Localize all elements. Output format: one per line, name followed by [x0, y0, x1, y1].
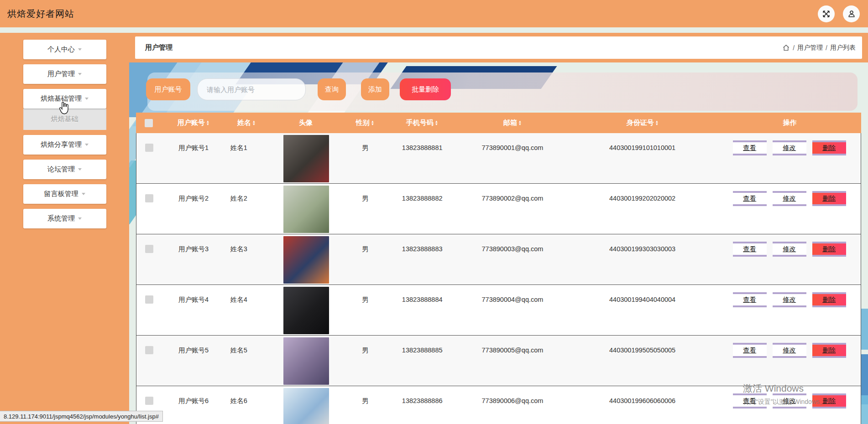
- breadcrumb-item-2[interactable]: 用户列表: [830, 44, 856, 52]
- avatar: [283, 186, 329, 233]
- avatar: [283, 388, 329, 424]
- app-title: 烘焙爱好者网站: [7, 8, 74, 20]
- sidebar-item-0[interactable]: 个人中心: [23, 40, 106, 59]
- sidebar-item-1[interactable]: 用户管理: [23, 64, 106, 84]
- cell-name: 姓名4: [226, 285, 268, 314]
- row-checkbox[interactable]: [145, 194, 153, 202]
- query-button[interactable]: 查询: [318, 78, 346, 100]
- caret-down-icon: [78, 48, 82, 51]
- row-checkbox[interactable]: [145, 346, 153, 354]
- page-background-gap: [0, 27, 868, 33]
- sidebar-item-4[interactable]: 论坛管理: [23, 160, 106, 179]
- caret-down-icon: [78, 73, 82, 75]
- cell-phone: 13823888885: [386, 336, 458, 365]
- cell-phone: 13823888881: [386, 133, 458, 162]
- sidebar-item-label: 留言板管理: [44, 190, 78, 198]
- row-checkbox[interactable]: [145, 397, 153, 405]
- column-header[interactable]: 身份证号▲▼: [567, 119, 718, 127]
- column-header[interactable]: 用户账号▲▼: [162, 119, 225, 127]
- edit-button[interactable]: 修改: [773, 191, 806, 206]
- caret-down-icon: [78, 217, 82, 220]
- breadcrumb-bar: 用户管理 / 用户管理 / 用户列表: [135, 36, 862, 59]
- delete-button[interactable]: 删除: [812, 242, 846, 257]
- view-button[interactable]: 查看: [733, 393, 767, 408]
- home-icon[interactable]: [782, 44, 790, 52]
- column-header[interactable]: 性别▲▼: [344, 119, 386, 127]
- cell-email: 773890005@qq.com: [458, 336, 567, 365]
- sidebar-item-label: 烘焙分享管理: [41, 140, 82, 149]
- sidebar-item-3[interactable]: 烘焙分享管理: [23, 135, 106, 155]
- select-all-checkbox[interactable]: [145, 119, 153, 127]
- row-checkbox[interactable]: [145, 144, 153, 152]
- sort-icon: ▲▼: [518, 120, 522, 126]
- sort-icon: ▲▼: [206, 120, 209, 126]
- breadcrumb-item-1[interactable]: 用户管理: [797, 44, 823, 52]
- cell-gender: 男: [344, 184, 386, 213]
- search-input[interactable]: [197, 78, 306, 100]
- cell-account: 用户账号4: [162, 285, 226, 314]
- caret-down-icon: [82, 193, 85, 195]
- edit-button[interactable]: 修改: [773, 242, 806, 257]
- cell-phone: 13823888886: [386, 386, 458, 415]
- view-button[interactable]: 查看: [733, 343, 767, 358]
- cell-gender: 男: [344, 234, 386, 264]
- cell-account: 用户账号1: [162, 133, 226, 162]
- cell-idcard: 440300199303030003: [567, 234, 718, 264]
- cell-name: 姓名5: [226, 336, 268, 365]
- row-checkbox[interactable]: [145, 245, 153, 253]
- status-url: 8.129.11.174:9011/jspmq4562/jsp/modules/…: [4, 413, 159, 420]
- cell-gender: 男: [344, 386, 386, 415]
- cell-email: 773890002@qq.com: [458, 184, 567, 213]
- row-checkbox[interactable]: [145, 295, 153, 304]
- caret-down-icon: [85, 144, 89, 146]
- search-toolbar: 用户账号 查询 添加 批量删除: [129, 78, 868, 100]
- cell-phone: 13823888882: [386, 184, 458, 213]
- top-navbar: 烘焙爱好者网站: [0, 0, 868, 27]
- view-button[interactable]: 查看: [733, 191, 767, 206]
- edit-button[interactable]: 修改: [773, 343, 806, 358]
- cell-name: 姓名2: [226, 184, 268, 213]
- cell-email: 773890004@qq.com: [458, 285, 567, 314]
- edit-button[interactable]: 修改: [773, 393, 806, 408]
- delete-button[interactable]: 删除: [812, 343, 846, 358]
- table-row: 用户账号6 姓名6 男 13823888886 773890006@qq.com…: [136, 386, 861, 424]
- caret-down-icon: [78, 168, 82, 171]
- cell-phone: 13823888884: [386, 285, 458, 314]
- delete-button[interactable]: 删除: [812, 191, 846, 206]
- column-header[interactable]: 姓名▲▼: [225, 119, 267, 127]
- table-header-row: 用户账号▲▼姓名▲▼头像性别▲▼手机号码▲▼邮箱▲▼身份证号▲▼操作: [136, 113, 861, 133]
- table-row: 用户账号3 姓名3 男 13823888883 773890003@qq.com…: [136, 234, 861, 285]
- cell-account: 用户账号5: [162, 336, 226, 365]
- cell-account: 用户账号6: [162, 386, 226, 415]
- cell-account: 用户账号3: [162, 234, 226, 264]
- sidebar-item-5[interactable]: 留言板管理: [23, 184, 106, 204]
- batch-delete-button[interactable]: 批量删除: [400, 78, 451, 100]
- delete-button[interactable]: 删除: [812, 292, 846, 307]
- sort-icon: ▲▼: [435, 120, 438, 126]
- table-row: 用户账号2 姓名2 男 13823888882 773890002@qq.com…: [136, 184, 861, 234]
- user-table: 用户账号▲▼姓名▲▼头像性别▲▼手机号码▲▼邮箱▲▼身份证号▲▼操作 用户账号1…: [136, 113, 861, 424]
- add-button[interactable]: 添加: [361, 78, 389, 100]
- navbar-actions: [818, 0, 860, 27]
- fullscreen-icon: [822, 10, 831, 18]
- sidebar-item-label: 用户管理: [47, 70, 75, 78]
- cell-idcard: 440300199606060006: [567, 386, 718, 415]
- column-header[interactable]: 邮箱▲▼: [458, 119, 567, 127]
- avatar: [283, 337, 329, 385]
- view-button[interactable]: 查看: [733, 292, 767, 307]
- edit-button[interactable]: 修改: [773, 292, 806, 307]
- user-profile-button[interactable]: [843, 5, 860, 22]
- fullscreen-button[interactable]: [818, 5, 835, 22]
- cell-email: 773890001@qq.com: [458, 133, 567, 162]
- view-button[interactable]: 查看: [733, 242, 767, 257]
- table-row: 用户账号4 姓名4 男 13823888884 773890004@qq.com…: [136, 285, 861, 336]
- browser-status-bar: 8.129.11.174:9011/jspmq4562/jsp/modules/…: [0, 411, 163, 422]
- column-header[interactable]: 手机号码▲▼: [386, 119, 458, 127]
- delete-button[interactable]: 删除: [812, 140, 846, 155]
- edit-button[interactable]: 修改: [773, 140, 806, 155]
- cell-account: 用户账号2: [162, 184, 226, 213]
- view-button[interactable]: 查看: [733, 140, 767, 155]
- user-icon: [847, 9, 856, 18]
- sidebar-item-6[interactable]: 系统管理: [23, 209, 106, 228]
- delete-button[interactable]: 删除: [812, 393, 846, 408]
